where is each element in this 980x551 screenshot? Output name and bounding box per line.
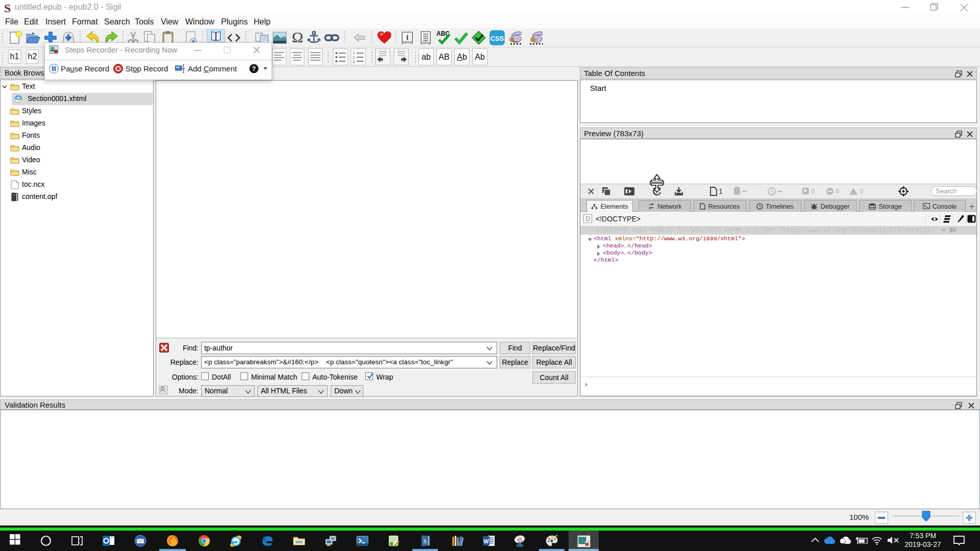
svg-text:2: 2 (353, 56, 355, 59)
svg-text:CSS: CSS (491, 35, 504, 42)
svg-text:S: S (423, 538, 427, 545)
svg-text:W: W (483, 538, 489, 544)
svg-text:i: i (406, 33, 408, 41)
svg-text:?: ? (252, 65, 256, 72)
svg-text:1: 1 (353, 51, 355, 55)
svg-text:3: 3 (353, 60, 355, 64)
